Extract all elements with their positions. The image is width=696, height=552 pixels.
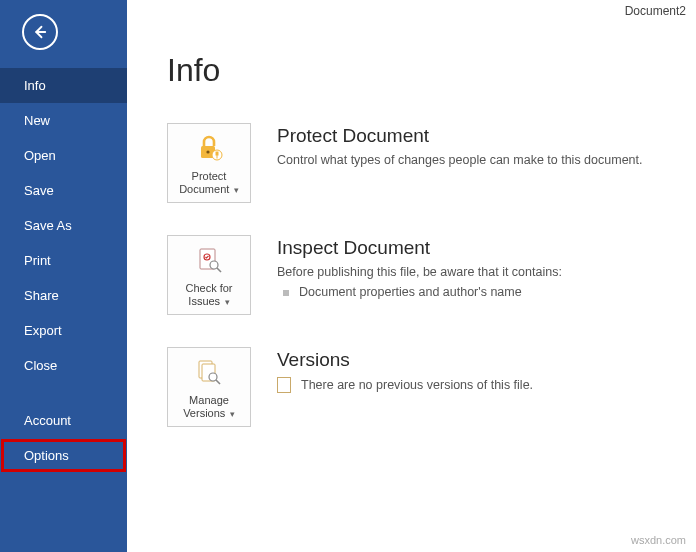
nav-label: Open	[24, 148, 56, 163]
nav-label: Share	[24, 288, 59, 303]
nav-label: Export	[24, 323, 62, 338]
inspect-desc: Before publishing this file, be aware th…	[277, 265, 562, 279]
nav-open[interactable]: Open	[0, 138, 127, 173]
nav-label: Print	[24, 253, 51, 268]
watermark: wsxdn.com	[631, 534, 686, 546]
section-protect: Protect Document ▾ Protect Document Cont…	[167, 123, 696, 203]
protect-title: Protect Document	[277, 125, 643, 147]
chevron-down-icon: ▾	[227, 409, 235, 419]
nav-label: Account	[24, 413, 71, 428]
nav-save-as[interactable]: Save As	[0, 208, 127, 243]
svg-point-2	[206, 150, 209, 153]
check-for-issues-button[interactable]: Check for Issues ▾	[167, 235, 251, 315]
versions-title: Versions	[277, 349, 533, 371]
svg-point-12	[209, 373, 217, 381]
nav-save[interactable]: Save	[0, 173, 127, 208]
backstage-sidebar: Info New Open Save Save As Print Share E…	[0, 0, 127, 552]
nav-options[interactable]: Options	[0, 438, 127, 473]
svg-rect-5	[217, 155, 218, 159]
main-panel: Document2 Info Protect Document	[127, 0, 696, 552]
svg-line-13	[216, 380, 220, 384]
chevron-down-icon: ▾	[231, 185, 239, 195]
document-title: Document2	[625, 4, 686, 18]
nav-label: Close	[24, 358, 57, 373]
section-versions: Manage Versions ▾ Versions There are no …	[167, 347, 696, 427]
nav-close[interactable]: Close	[0, 348, 127, 383]
document-icon	[277, 377, 291, 393]
protect-desc: Control what types of changes people can…	[277, 153, 643, 167]
nav-label: Save As	[24, 218, 72, 233]
tile-label: Check for Issues ▾	[185, 282, 232, 308]
inspect-icon	[194, 245, 224, 275]
nav-info[interactable]: Info	[0, 68, 127, 103]
inspect-bullet: Document properties and author's name	[283, 285, 562, 299]
chevron-down-icon: ▾	[222, 297, 230, 307]
nav-share[interactable]: Share	[0, 278, 127, 313]
arrow-left-icon	[31, 23, 49, 41]
nav-account[interactable]: Account	[0, 403, 127, 438]
nav-label: Save	[24, 183, 54, 198]
nav-label: Options	[24, 448, 69, 463]
svg-line-9	[217, 268, 221, 272]
tile-label: Protect Document ▾	[179, 170, 239, 196]
nav-print[interactable]: Print	[0, 243, 127, 278]
nav-label: Info	[24, 78, 46, 93]
nav-label: New	[24, 113, 50, 128]
nav-new[interactable]: New	[0, 103, 127, 138]
nav-export[interactable]: Export	[0, 313, 127, 348]
protect-document-button[interactable]: Protect Document ▾	[167, 123, 251, 203]
svg-point-8	[210, 261, 218, 269]
back-button[interactable]	[22, 14, 58, 50]
versions-desc-row: There are no previous versions of this f…	[277, 377, 533, 393]
lock-shield-icon	[194, 133, 224, 163]
page-heading: Info	[167, 52, 696, 89]
bullet-icon	[283, 290, 289, 296]
versions-icon	[194, 357, 224, 387]
section-inspect: Check for Issues ▾ Inspect Document Befo…	[167, 235, 696, 315]
svg-rect-4	[216, 151, 219, 155]
inspect-title: Inspect Document	[277, 237, 562, 259]
tile-label: Manage Versions ▾	[183, 394, 235, 420]
manage-versions-button[interactable]: Manage Versions ▾	[167, 347, 251, 427]
